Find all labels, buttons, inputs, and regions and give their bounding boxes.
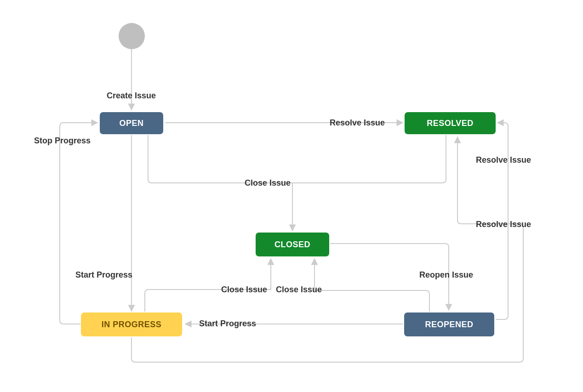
state-open: OPEN xyxy=(100,112,163,134)
state-reopened: REOPENED xyxy=(404,312,494,336)
transition-label-resolve-inprogress: Resolve Issue xyxy=(476,220,531,229)
transition-label-create-issue: Create Issue xyxy=(107,91,156,101)
transition-label-start-progress-reopened: Start Progress xyxy=(199,319,256,329)
state-label: CLOSED xyxy=(274,240,310,250)
state-closed: CLOSED xyxy=(256,233,329,256)
transition-label-reopen-issue: Reopen Issue xyxy=(419,270,473,280)
state-label: OPEN xyxy=(119,119,143,128)
state-in-progress: IN PROGRESS xyxy=(81,312,182,336)
state-label: REOPENED xyxy=(425,320,473,330)
transition-label-close-reopened: Close Issue xyxy=(276,285,322,295)
start-node xyxy=(119,23,145,49)
transition-label-close-inprogress: Close Issue xyxy=(221,285,267,295)
workflow-diagram: OPEN RESOLVED CLOSED IN PROGRESS REOPENE… xyxy=(0,0,583,392)
transition-label-stop-progress: Stop Progress xyxy=(34,136,91,146)
state-label: RESOLVED xyxy=(427,119,474,128)
transition-label-resolve-open: Resolve Issue xyxy=(330,118,385,128)
state-resolved: RESOLVED xyxy=(405,112,496,134)
transition-label-resolve-reopened: Resolve Issue xyxy=(476,155,531,165)
state-label: IN PROGRESS xyxy=(102,320,162,330)
transition-label-close-open: Close Issue xyxy=(245,178,291,188)
transition-label-start-progress-open: Start Progress xyxy=(75,270,132,280)
